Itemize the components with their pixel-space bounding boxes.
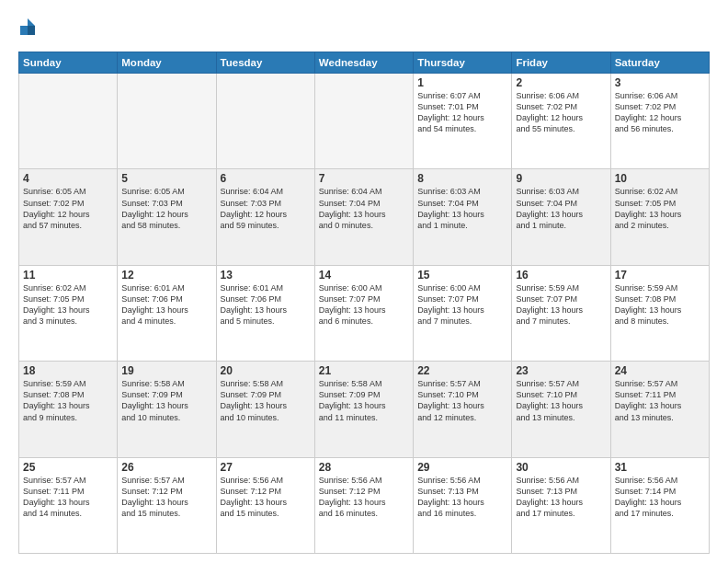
day-number: 18 [23, 364, 113, 377]
day-number: 17 [615, 269, 705, 282]
day-number: 14 [319, 269, 409, 282]
day-number: 3 [615, 76, 705, 89]
header [18, 17, 710, 42]
day-info: Sunrise: 5:59 AM Sunset: 7:08 PM Dayligh… [615, 282, 705, 327]
day-number: 19 [121, 364, 211, 377]
day-info: Sunrise: 5:57 AM Sunset: 7:10 PM Dayligh… [516, 378, 606, 423]
calendar-weekday-monday: Monday [118, 52, 216, 74]
day-info: Sunrise: 6:03 AM Sunset: 7:04 PM Dayligh… [417, 186, 507, 231]
day-info: Sunrise: 5:56 AM Sunset: 7:13 PM Dayligh… [417, 475, 507, 520]
day-info: Sunrise: 6:06 AM Sunset: 7:02 PM Dayligh… [615, 90, 705, 135]
day-number: 22 [417, 364, 507, 377]
calendar-cell-day: 20Sunrise: 5:58 AM Sunset: 7:09 PM Dayli… [216, 362, 314, 457]
calendar-cell-day: 26Sunrise: 5:57 AM Sunset: 7:12 PM Dayli… [118, 457, 216, 553]
calendar-cell-day: 24Sunrise: 5:57 AM Sunset: 7:11 PM Dayli… [610, 362, 709, 457]
calendar-cell-day: 13Sunrise: 6:01 AM Sunset: 7:06 PM Dayli… [216, 265, 314, 361]
calendar-cell-empty [314, 74, 413, 169]
calendar-cell-day: 10Sunrise: 6:02 AM Sunset: 7:05 PM Dayli… [610, 169, 709, 265]
day-number: 21 [319, 364, 409, 377]
day-info: Sunrise: 5:59 AM Sunset: 7:07 PM Dayligh… [516, 282, 606, 327]
day-number: 31 [615, 461, 705, 474]
day-number: 16 [516, 269, 606, 282]
day-info: Sunrise: 5:58 AM Sunset: 7:09 PM Dayligh… [221, 378, 311, 423]
calendar-cell-day: 29Sunrise: 5:56 AM Sunset: 7:13 PM Dayli… [414, 457, 512, 553]
day-info: Sunrise: 6:04 AM Sunset: 7:03 PM Dayligh… [221, 186, 311, 231]
calendar-cell-day: 27Sunrise: 5:56 AM Sunset: 7:12 PM Dayli… [216, 457, 314, 553]
day-number: 12 [121, 269, 211, 282]
calendar-cell-day: 7Sunrise: 6:04 AM Sunset: 7:04 PM Daylig… [314, 169, 413, 265]
day-number: 26 [121, 461, 211, 474]
calendar-cell-day: 4Sunrise: 6:05 AM Sunset: 7:02 PM Daylig… [19, 169, 118, 265]
calendar-cell-day: 14Sunrise: 6:00 AM Sunset: 7:07 PM Dayli… [314, 265, 413, 361]
day-number: 27 [221, 461, 311, 474]
calendar-cell-day: 22Sunrise: 5:57 AM Sunset: 7:10 PM Dayli… [414, 362, 512, 457]
logo [18, 17, 40, 42]
day-number: 7 [319, 172, 409, 185]
day-info: Sunrise: 6:00 AM Sunset: 7:07 PM Dayligh… [417, 282, 507, 327]
calendar-weekday-friday: Friday [512, 52, 610, 74]
calendar-cell-day: 6Sunrise: 6:04 AM Sunset: 7:03 PM Daylig… [216, 169, 314, 265]
day-info: Sunrise: 6:05 AM Sunset: 7:03 PM Dayligh… [121, 186, 211, 231]
calendar-cell-day: 3Sunrise: 6:06 AM Sunset: 7:02 PM Daylig… [610, 74, 709, 169]
calendar-weekday-saturday: Saturday [610, 52, 709, 74]
day-info: Sunrise: 5:57 AM Sunset: 7:11 PM Dayligh… [615, 378, 705, 423]
calendar-cell-day: 1Sunrise: 6:07 AM Sunset: 7:01 PM Daylig… [414, 74, 512, 169]
day-number: 30 [516, 461, 606, 474]
calendar-cell-day: 2Sunrise: 6:06 AM Sunset: 7:02 PM Daylig… [512, 74, 610, 169]
calendar-cell-day: 16Sunrise: 5:59 AM Sunset: 7:07 PM Dayli… [512, 265, 610, 361]
day-number: 13 [221, 269, 311, 282]
day-number: 8 [417, 172, 507, 185]
day-number: 20 [221, 364, 311, 377]
calendar-weekday-sunday: Sunday [19, 52, 118, 74]
day-info: Sunrise: 6:00 AM Sunset: 7:07 PM Dayligh… [319, 282, 409, 327]
day-info: Sunrise: 6:01 AM Sunset: 7:06 PM Dayligh… [121, 282, 211, 327]
day-info: Sunrise: 5:56 AM Sunset: 7:14 PM Dayligh… [615, 475, 705, 520]
day-info: Sunrise: 5:56 AM Sunset: 7:12 PM Dayligh… [319, 475, 409, 520]
page: SundayMondayTuesdayWednesdayThursdayFrid… [0, 0, 728, 563]
day-number: 28 [319, 461, 409, 474]
calendar-weekday-thursday: Thursday [414, 52, 512, 74]
calendar-cell-day: 19Sunrise: 5:58 AM Sunset: 7:09 PM Dayli… [118, 362, 216, 457]
day-number: 6 [221, 172, 311, 185]
day-number: 11 [23, 269, 113, 282]
calendar-cell-day: 23Sunrise: 5:57 AM Sunset: 7:10 PM Dayli… [512, 362, 610, 457]
day-info: Sunrise: 5:58 AM Sunset: 7:09 PM Dayligh… [121, 378, 211, 423]
day-info: Sunrise: 6:06 AM Sunset: 7:02 PM Dayligh… [516, 90, 606, 135]
day-info: Sunrise: 5:57 AM Sunset: 7:12 PM Dayligh… [121, 475, 211, 520]
calendar-cell-day: 21Sunrise: 5:58 AM Sunset: 7:09 PM Dayli… [314, 362, 413, 457]
calendar-cell-day: 8Sunrise: 6:03 AM Sunset: 7:04 PM Daylig… [414, 169, 512, 265]
calendar-cell-day: 18Sunrise: 5:59 AM Sunset: 7:08 PM Dayli… [19, 362, 118, 457]
calendar-cell-day: 11Sunrise: 6:02 AM Sunset: 7:05 PM Dayli… [19, 265, 118, 361]
calendar-week-row: 1Sunrise: 6:07 AM Sunset: 7:01 PM Daylig… [19, 74, 710, 169]
calendar-cell-day: 9Sunrise: 6:03 AM Sunset: 7:04 PM Daylig… [512, 169, 610, 265]
day-number: 4 [23, 172, 113, 185]
calendar-cell-empty [118, 74, 216, 169]
day-info: Sunrise: 6:04 AM Sunset: 7:04 PM Dayligh… [319, 186, 409, 231]
calendar-header-row: SundayMondayTuesdayWednesdayThursdayFrid… [19, 52, 710, 74]
day-info: Sunrise: 5:58 AM Sunset: 7:09 PM Dayligh… [319, 378, 409, 423]
day-number: 10 [615, 172, 705, 185]
day-info: Sunrise: 5:56 AM Sunset: 7:12 PM Dayligh… [221, 475, 311, 520]
day-info: Sunrise: 6:01 AM Sunset: 7:06 PM Dayligh… [221, 282, 311, 327]
day-number: 1 [417, 76, 507, 89]
svg-marker-0 [28, 18, 35, 26]
day-info: Sunrise: 5:56 AM Sunset: 7:13 PM Dayligh… [516, 475, 606, 520]
calendar-week-row: 11Sunrise: 6:02 AM Sunset: 7:05 PM Dayli… [19, 265, 710, 361]
calendar-cell-day: 15Sunrise: 6:00 AM Sunset: 7:07 PM Dayli… [414, 265, 512, 361]
svg-marker-2 [20, 26, 28, 35]
day-info: Sunrise: 6:02 AM Sunset: 7:05 PM Dayligh… [615, 186, 705, 231]
day-info: Sunrise: 6:07 AM Sunset: 7:01 PM Dayligh… [417, 90, 507, 135]
day-number: 24 [615, 364, 705, 377]
calendar-week-row: 4Sunrise: 6:05 AM Sunset: 7:02 PM Daylig… [19, 169, 710, 265]
day-number: 15 [417, 269, 507, 282]
calendar-week-row: 25Sunrise: 5:57 AM Sunset: 7:11 PM Dayli… [19, 457, 710, 553]
day-info: Sunrise: 6:03 AM Sunset: 7:04 PM Dayligh… [516, 186, 606, 231]
calendar-cell-day: 28Sunrise: 5:56 AM Sunset: 7:12 PM Dayli… [314, 457, 413, 553]
svg-marker-1 [28, 26, 35, 35]
day-number: 9 [516, 172, 606, 185]
calendar-weekday-wednesday: Wednesday [314, 52, 413, 74]
day-number: 29 [417, 461, 507, 474]
calendar-cell-day: 12Sunrise: 6:01 AM Sunset: 7:06 PM Dayli… [118, 265, 216, 361]
calendar-table: SundayMondayTuesdayWednesdayThursdayFrid… [18, 52, 710, 554]
day-info: Sunrise: 5:57 AM Sunset: 7:11 PM Dayligh… [23, 475, 113, 520]
